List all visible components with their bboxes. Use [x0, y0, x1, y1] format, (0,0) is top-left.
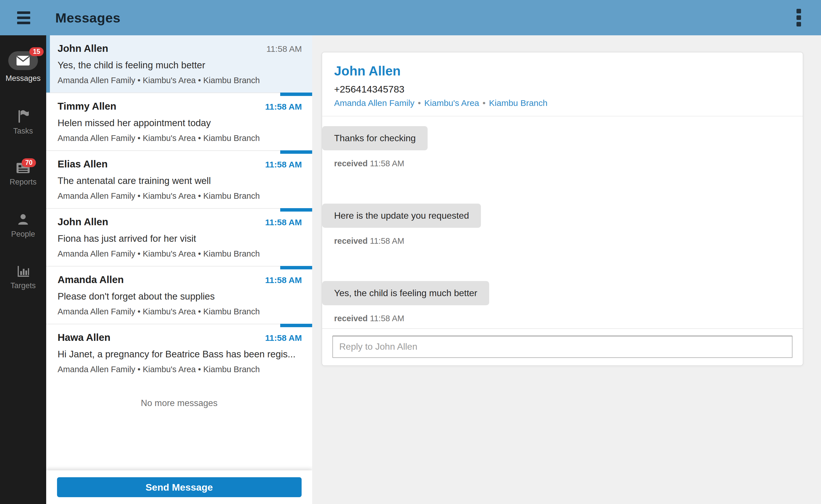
thread-contact-name[interactable]: John Allen: [334, 63, 791, 79]
message-block: Here is the update you requested receive…: [322, 204, 803, 246]
conversation-row[interactable]: Hawa Allen 11:58 AM Hi Janet, a pregnanc…: [46, 324, 312, 382]
person-icon: [17, 213, 29, 226]
messages-count-badge: 15: [29, 47, 44, 56]
conversation-name: Elias Allen: [58, 158, 108, 170]
sidebar-item-tasks[interactable]: Tasks: [13, 110, 33, 136]
conversation-row[interactable]: Amanda Allen 11:58 AM Please don't forge…: [46, 266, 312, 324]
unread-indicator-bar: [280, 150, 312, 154]
reply-input[interactable]: [332, 336, 793, 358]
unread-indicator-bar: [280, 208, 312, 212]
conversation-name: John Allen: [58, 43, 108, 54]
message-time: 11:58 AM: [370, 314, 404, 323]
thread-lineage: Amanda Allen Family•Kiambu's Area•Kiambu…: [334, 98, 791, 108]
conversation-row[interactable]: John Allen 11:58 AM Yes, the child is fe…: [46, 35, 312, 93]
message-bubble: Here is the update you requested: [322, 204, 481, 228]
message-history[interactable]: Thanks for checking received 11:58 AM He…: [322, 116, 803, 328]
conversation-list-pane: John Allen 11:58 AM Yes, the child is fe…: [46, 35, 312, 504]
sidebar-label-tasks: Tasks: [13, 127, 33, 136]
message-status: received: [334, 159, 368, 168]
message-block: Yes, the child is feeling much better re…: [322, 281, 803, 323]
message-time: 11:58 AM: [370, 159, 404, 168]
conversation-snippet: Yes, the child is feeling much better: [58, 60, 302, 71]
lineage-separator: •: [414, 98, 424, 108]
sidebar-item-reports[interactable]: 70 Reports: [10, 162, 37, 187]
message-block: Thanks for checking received 11:58 AM: [322, 126, 803, 168]
thread-card: John Allen +256414345783 Amanda Allen Fa…: [322, 52, 803, 366]
conversation-list[interactable]: John Allen 11:58 AM Yes, the child is fe…: [46, 35, 312, 470]
sidebar-item-messages[interactable]: 15 Messages: [5, 51, 40, 83]
conversation-lineage: Amanda Allen Family • Kiambu's Area • Ki…: [58, 134, 302, 143]
conversation-snippet: The antenatal care training went well: [58, 175, 302, 186]
conversation-time: 11:58 AM: [265, 333, 302, 343]
unread-indicator-bar: [280, 93, 312, 96]
message-status: received: [334, 314, 368, 323]
page-title: Messages: [55, 10, 120, 26]
conversation-name: John Allen: [58, 216, 108, 228]
sidebar-nav: 15 Messages Tasks: [0, 35, 46, 504]
lineage-link-branch[interactable]: Kiambu Branch: [489, 98, 547, 108]
flag-icon: [17, 110, 29, 123]
conversation-time: 11:58 AM: [265, 275, 302, 285]
kebab-menu-icon[interactable]: [797, 9, 801, 26]
conversation-time: 11:58 AM: [265, 160, 302, 169]
conversation-name: Amanda Allen: [58, 274, 124, 285]
message-bubble: Yes, the child is feeling much better: [322, 281, 489, 305]
conversation-snippet: Hi Janet, a pregnancy for Beatrice Bass …: [58, 349, 302, 360]
conversation-lineage: Amanda Allen Family • Kiambu's Area • Ki…: [58, 307, 302, 316]
no-more-messages-label: No more messages: [46, 398, 312, 408]
conversation-time: 11:58 AM: [265, 218, 302, 227]
conversation-row[interactable]: Elias Allen 11:58 AM The antenatal care …: [46, 150, 312, 208]
lineage-link-area[interactable]: Kiambu's Area: [424, 98, 479, 108]
sidebar-label-messages: Messages: [5, 74, 40, 83]
sidebar-label-people: People: [11, 230, 35, 239]
lineage-separator: •: [479, 98, 489, 108]
conversation-name: Timmy Allen: [58, 101, 116, 112]
unread-indicator-bar: [280, 324, 312, 327]
thread-contact-phone: +256414345783: [334, 84, 791, 95]
conversation-name: Hawa Allen: [58, 332, 110, 343]
conversation-row[interactable]: John Allen 11:58 AM Fiona has just arriv…: [46, 208, 312, 266]
message-status: received: [334, 236, 368, 245]
reports-count-badge: 70: [22, 158, 36, 167]
conversation-time: 11:58 AM: [266, 44, 302, 54]
conversation-snippet: Fiona has just arrived for her visit: [58, 233, 302, 244]
envelope-icon: [16, 56, 30, 66]
conversation-lineage: Amanda Allen Family • Kiambu's Area • Ki…: [58, 249, 302, 259]
send-message-button[interactable]: Send Message: [57, 477, 302, 497]
sidebar-label-reports: Reports: [10, 178, 37, 187]
bar-chart-icon: [17, 265, 30, 277]
sidebar-item-targets[interactable]: Targets: [11, 265, 36, 290]
hamburger-menu-icon[interactable]: [17, 11, 30, 24]
message-time: 11:58 AM: [370, 236, 404, 245]
conversation-snippet: Helen missed her appointment today: [58, 118, 302, 128]
conversation-time: 11:58 AM: [265, 102, 302, 112]
conversation-lineage: Amanda Allen Family • Kiambu's Area • Ki…: [58, 76, 302, 85]
reply-area: [322, 328, 803, 365]
conversation-row[interactable]: Timmy Allen 11:58 AM Helen missed her ap…: [46, 93, 312, 150]
thread-header: John Allen +256414345783 Amanda Allen Fa…: [322, 52, 803, 116]
sidebar-label-targets: Targets: [11, 281, 36, 290]
unread-indicator-bar: [280, 266, 312, 269]
app-header: Messages: [0, 0, 821, 35]
list-footer: Send Message: [46, 470, 312, 504]
lineage-link-family[interactable]: Amanda Allen Family: [334, 98, 414, 108]
message-bubble: Thanks for checking: [322, 126, 428, 150]
sidebar-item-people[interactable]: People: [11, 213, 35, 239]
conversation-lineage: Amanda Allen Family • Kiambu's Area • Ki…: [58, 191, 302, 201]
thread-pane: John Allen +256414345783 Amanda Allen Fa…: [312, 35, 821, 504]
conversation-lineage: Amanda Allen Family • Kiambu's Area • Ki…: [58, 365, 302, 374]
conversation-snippet: Please don't forget about the supplies: [58, 291, 302, 302]
